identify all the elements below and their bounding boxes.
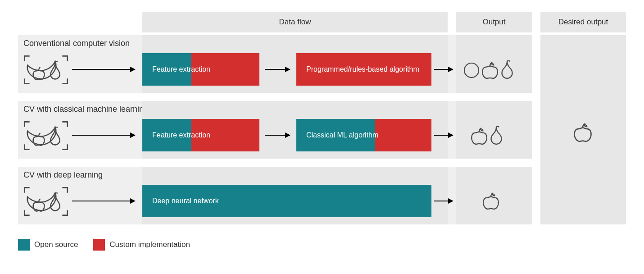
output-icons bbox=[471, 126, 503, 145]
legend-custom-impl: Custom implementation bbox=[93, 239, 190, 251]
circle-icon bbox=[463, 61, 480, 79]
pear-icon bbox=[500, 60, 514, 79]
output-icons bbox=[463, 60, 514, 79]
block-classical-ml-algorithm: Classical ML algorithm bbox=[296, 119, 431, 151]
legend: Open source Custom implementation bbox=[18, 239, 190, 251]
arrow-icon bbox=[434, 201, 453, 201]
header-desired-output: Desired output bbox=[540, 12, 626, 32]
block-label: Classical ML algorithm bbox=[296, 131, 383, 139]
block-feature-extraction: Feature extraction bbox=[142, 119, 259, 151]
block-label: Feature extraction bbox=[142, 131, 215, 139]
fruit-input-icon bbox=[23, 121, 68, 151]
row-conventional-cv: Conventional computer vision Feature ext… bbox=[18, 35, 532, 93]
header-data-flow: Data flow bbox=[142, 12, 448, 32]
pear-icon bbox=[489, 126, 503, 145]
row-title: Conventional computer vision bbox=[23, 39, 130, 48]
row-classical-ml: CV with classical machine learning Featu… bbox=[18, 101, 532, 159]
legend-open-source: Open source bbox=[18, 239, 78, 251]
block-feature-extraction: Feature extraction bbox=[142, 53, 259, 86]
block-rules-algorithm: Programmed/rules-based algorithm bbox=[296, 53, 431, 86]
fruit-input-icon bbox=[23, 187, 68, 216]
arrow-icon bbox=[72, 201, 135, 201]
block-deep-neural-network: Deep neural network bbox=[142, 185, 431, 217]
arrow-icon bbox=[265, 135, 290, 136]
apple-icon bbox=[471, 127, 487, 145]
legend-label: Custom implementation bbox=[109, 240, 190, 249]
row-title: CV with deep learning bbox=[23, 170, 103, 180]
block-label: Deep neural network bbox=[142, 196, 223, 205]
arrow-icon bbox=[434, 135, 453, 136]
arrow-icon bbox=[72, 135, 135, 136]
row-title: CV with classical machine learning bbox=[23, 105, 148, 114]
apple-icon bbox=[574, 123, 592, 145]
row-deep-learning: CV with deep learning Deep neural networ… bbox=[18, 167, 532, 224]
header-output: Output bbox=[456, 12, 532, 32]
legend-label: Open source bbox=[34, 240, 78, 249]
output-icons bbox=[483, 192, 499, 210]
arrow-icon bbox=[265, 69, 290, 70]
block-label: Programmed/rules-based algorithm bbox=[296, 65, 424, 73]
fruit-input-icon bbox=[23, 55, 68, 85]
arrow-icon bbox=[72, 69, 135, 70]
swatch-teal bbox=[18, 239, 30, 251]
apple-icon bbox=[483, 192, 499, 210]
arrow-icon bbox=[434, 69, 453, 70]
swatch-red bbox=[93, 239, 105, 251]
block-label: Feature extraction bbox=[142, 65, 215, 73]
apple-icon bbox=[482, 61, 498, 79]
desired-output-col bbox=[540, 35, 626, 224]
